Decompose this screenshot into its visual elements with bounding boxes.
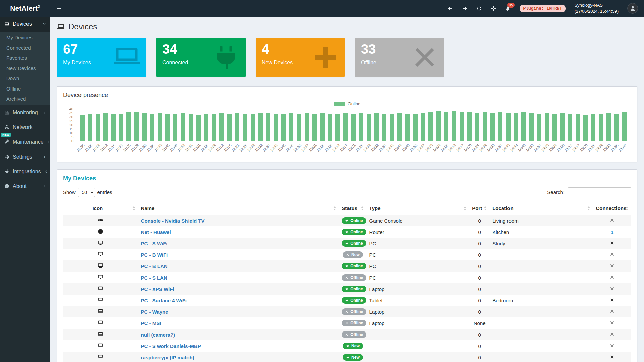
my-devices-panel: My Devices Show50entries Search: IconNam… bbox=[57, 169, 637, 362]
device-name-link[interactable]: raspberrypi (IP match) bbox=[141, 355, 194, 360]
cell-icon bbox=[63, 238, 138, 249]
device-name-link[interactable]: PC - S work Daniels-MBP bbox=[141, 343, 201, 349]
device-name-link[interactable]: PC - S WiFi bbox=[141, 241, 168, 246]
chart-bar-slot bbox=[419, 109, 427, 141]
chart-bar-slot bbox=[512, 109, 520, 141]
status-badge: Online bbox=[342, 297, 366, 304]
chevron-left-icon bbox=[42, 111, 46, 115]
summary-card-my-devices[interactable]: 67My Devices bbox=[57, 38, 146, 77]
host-timestamp: (27/06/2024, 15:44:59) bbox=[574, 8, 619, 14]
chart-legend[interactable]: Online bbox=[57, 101, 637, 106]
arrows-move-icon bbox=[491, 6, 496, 11]
search-input[interactable] bbox=[568, 187, 631, 197]
sidebar-item-integrations[interactable]: Integrations bbox=[0, 164, 50, 179]
device-name-link[interactable]: PC - Surface 4 WiFi bbox=[141, 298, 187, 303]
chart-bar-slot bbox=[249, 109, 257, 141]
x-tick-slot: 11:16 bbox=[109, 141, 117, 162]
device-name-link[interactable]: null (camera?) bbox=[141, 332, 175, 338]
summary-card-connected[interactable]: 34Connected bbox=[156, 38, 246, 77]
chart-bar-slot bbox=[133, 109, 141, 141]
device-name-link[interactable]: PC - XPS WiFi bbox=[141, 286, 174, 292]
sidebar-item-devices[interactable]: Devices bbox=[0, 17, 50, 32]
device-name-link[interactable]: PC - S LAN bbox=[141, 275, 167, 281]
notifications-button[interactable]: 15 bbox=[505, 6, 511, 11]
column-header-icon[interactable]: Icon bbox=[63, 202, 138, 215]
column-header-port[interactable]: Port bbox=[469, 202, 490, 215]
device-name-link[interactable]: Net - Huawei bbox=[141, 229, 171, 235]
plugins-badge[interactable]: Plugins: INTRNT bbox=[520, 5, 566, 12]
cell-connections bbox=[593, 317, 631, 329]
chart-bar bbox=[258, 113, 263, 141]
column-header-name[interactable]: Name bbox=[138, 202, 339, 215]
sidebar-item-monitoring[interactable]: Monitoring bbox=[0, 105, 50, 120]
sidebar-item-settings[interactable]: Settings bbox=[0, 149, 50, 164]
sidebar-item-network[interactable]: Network bbox=[0, 120, 50, 135]
plug-icon bbox=[345, 287, 348, 291]
cell-port: 0 bbox=[469, 283, 490, 295]
summary-card-offline[interactable]: 33Offline bbox=[355, 38, 444, 77]
chart-bar-slot bbox=[388, 109, 396, 141]
chart-bar-slot bbox=[357, 109, 365, 141]
column-header-location[interactable]: Location bbox=[490, 202, 593, 215]
sidebar-subitem-connected[interactable]: Connected bbox=[0, 43, 50, 53]
x-tick-slot: 11:21 bbox=[117, 141, 125, 162]
refresh-button[interactable] bbox=[476, 6, 482, 11]
column-header-status[interactable]: Status bbox=[339, 202, 366, 215]
globe-icon bbox=[98, 229, 103, 234]
sidebar-toggle-button[interactable] bbox=[56, 6, 62, 11]
cell-type bbox=[367, 329, 470, 340]
x-tick-slot: 15:08 bbox=[558, 141, 566, 162]
x-tick-slot: 13:32 bbox=[373, 141, 380, 162]
device-name-link[interactable]: PC - B LAN bbox=[141, 263, 168, 269]
sidebar-item-label: Settings bbox=[13, 154, 32, 160]
chart-bar-slot bbox=[574, 109, 582, 141]
x-tick-slot: 12:28 bbox=[249, 141, 257, 162]
sidebar-item-about[interactable]: About bbox=[0, 179, 50, 194]
no-connections-icon bbox=[610, 343, 614, 348]
sidebar-subitem-down[interactable]: Down bbox=[0, 73, 50, 84]
rearrange-button[interactable] bbox=[491, 6, 496, 11]
chart-bar bbox=[483, 112, 487, 141]
cell-connections bbox=[593, 260, 631, 272]
sidebar-subitem-new-devices[interactable]: New Devices bbox=[0, 63, 50, 74]
arrow-right-icon bbox=[462, 6, 468, 11]
x-tick-slot: 14:08 bbox=[442, 141, 450, 162]
connections-count-link[interactable]: 1 bbox=[611, 229, 613, 235]
cell-name: PC - S LAN bbox=[138, 272, 339, 283]
chevron-left-icon bbox=[47, 140, 51, 144]
cell-status: New bbox=[339, 249, 366, 260]
chart-bar-slot bbox=[280, 109, 287, 141]
sidebar-subitem-offline[interactable]: Offline bbox=[0, 84, 50, 94]
status-badge: Offline bbox=[342, 308, 366, 315]
sidebar-subitem-archived[interactable]: Archived bbox=[0, 94, 50, 104]
navbar: 15 Plugins: INTRNT Synology-NAS (27/06/2… bbox=[50, 0, 644, 17]
x-tick-slot: 13:28 bbox=[365, 141, 373, 162]
cell-icon bbox=[63, 260, 138, 272]
column-header-connections[interactable]: Connections bbox=[593, 202, 631, 215]
chart-bar-slot bbox=[102, 109, 109, 141]
y-tick-label: 0 bbox=[71, 139, 73, 143]
wrench-icon bbox=[4, 139, 10, 144]
page-length-select[interactable]: 50 bbox=[78, 188, 95, 197]
no-connections-icon bbox=[610, 275, 614, 280]
device-name-link[interactable]: PC - MSI bbox=[141, 320, 161, 326]
device-name-link[interactable]: PC - B WiFi bbox=[141, 252, 168, 258]
device-name-link[interactable]: PC - Wayne bbox=[141, 309, 168, 315]
plug-icon bbox=[345, 299, 348, 302]
chart-bar-slot bbox=[458, 109, 466, 141]
summary-card-new-devices[interactable]: 4New Devices bbox=[256, 38, 345, 77]
sidebar-item-maintenance[interactable]: MaintenanceNEW bbox=[0, 135, 50, 149]
sidebar-subitem-my-devices[interactable]: My Devices bbox=[0, 33, 50, 43]
app-logo[interactable]: NetAlertx bbox=[0, 0, 50, 17]
forward-button[interactable] bbox=[462, 6, 468, 11]
sidebar-subitem-favorites[interactable]: Favorites bbox=[0, 53, 50, 63]
back-button[interactable] bbox=[447, 6, 453, 11]
user-avatar[interactable] bbox=[627, 3, 638, 14]
chart-bar-slot bbox=[125, 109, 132, 141]
cell-status: Offline bbox=[339, 306, 366, 317]
chart-icon bbox=[4, 110, 10, 115]
chart-bar-slot bbox=[450, 109, 458, 141]
column-header-type[interactable]: Type bbox=[367, 202, 470, 215]
cell-name: PC - Surface 4 WiFi bbox=[138, 295, 339, 306]
device-name-link[interactable]: Console - Nvidia Shield TV bbox=[141, 218, 205, 224]
